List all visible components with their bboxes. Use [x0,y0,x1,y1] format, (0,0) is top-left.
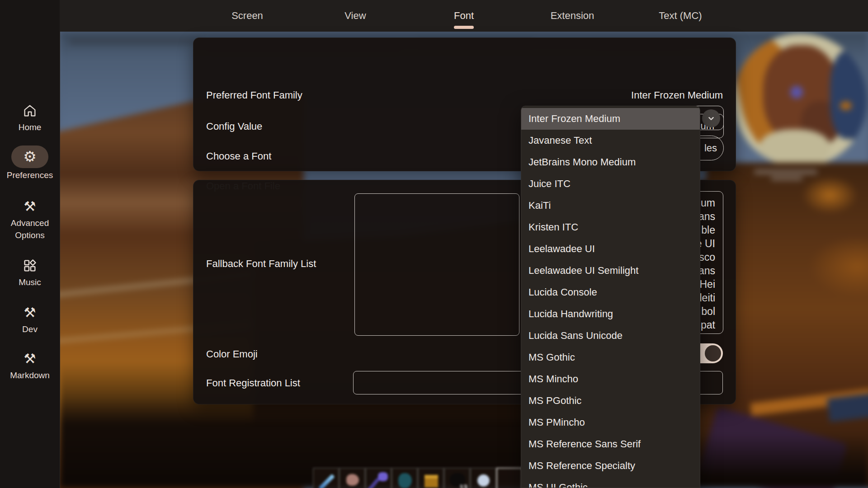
tab-label: Text (MC) [659,10,702,22]
tab-font[interactable]: Font [428,0,500,32]
minecraft-hotbar: 13 [313,468,523,488]
hotbar-slot [418,468,444,488]
font-option-ms-ui-gothic[interactable]: MS UI Gothic [521,477,700,488]
config-value-label: Config Value [206,121,262,132]
font-option-leelawadee-ui[interactable]: Leelawadee UI [521,238,700,260]
sidebar-item-label: Dev [0,323,60,335]
cloud [69,38,204,45]
tab-label: Screen [231,10,263,22]
sidebar-item-label: Preferences [0,169,60,181]
font-option-ms-pmincho[interactable]: MS PMincho [521,412,700,433]
tools-icon: ⚒ [24,197,36,216]
fallback-font-family-list-label: Fallback Font Family List [206,258,316,270]
font-option-kaiti[interactable]: KaiTi [521,195,700,216]
font-option-ms-gothic[interactable]: MS Gothic [521,347,700,368]
sidebar-item-markdown[interactable]: ⚒Markdown [0,349,60,381]
font-option-lucida-console[interactable]: Lucida Console [521,282,700,303]
sidebar-item-music[interactable]: Music [0,256,60,288]
tab-label: Extension [551,10,594,22]
chevron-down-icon[interactable] [702,109,720,127]
fallback-font-family-textarea[interactable] [354,193,519,336]
distant-nametag [754,170,817,174]
font-option-ms-mincho[interactable]: MS Mincho [521,368,700,390]
font-option-lucida-sans-unicode[interactable]: Lucida Sans Unicode [521,325,700,347]
category-icon [23,256,37,275]
tab-screen[interactable]: Screen [211,0,283,32]
toggle-knob [705,345,721,361]
hotbar-slot [339,468,365,488]
preferred-font-family-label: Preferred Font Family [206,89,302,101]
font-registration-list-label: Font Registration List [206,377,300,389]
tab-text-mc[interactable]: Text (MC) [644,0,717,32]
item-count: 13 [459,484,467,488]
item-rose-item [346,474,359,486]
sidebar-item-advanced-options[interactable]: ⚒Advanced Options [0,197,60,241]
home-icon [23,101,37,120]
item-diamond-sword [318,474,335,488]
active-tab-underline [454,26,474,29]
font-option-leelawadee-ui-semilight[interactable]: Leelawadee UI Semilight [521,260,700,282]
tab-extension[interactable]: Extension [536,0,609,32]
sidebar-item-label: Advanced Options [0,217,60,241]
sidebar-item-label: Music [0,276,60,288]
gear-icon: ⚙ [23,147,37,166]
sidebar-item-label: Markdown [0,369,60,381]
item-teal-item [398,473,412,488]
font-option-juice-itc[interactable]: Juice ITC [521,173,700,195]
font-dropdown-list: Inter Frozen MediumJavanese TextJetBrain… [521,106,700,488]
hotbar-slot: 13 [444,468,470,488]
hotbar-slot [313,468,339,488]
font-option-ms-reference-specialty[interactable]: MS Reference Specialty [521,455,700,477]
hotbar-slot [470,468,496,488]
tools-icon: ⚒ [24,349,36,368]
sidebar-item-home[interactable]: Home [0,101,60,133]
sidebar-item-label: Home [0,121,60,133]
tab-bar: ScreenViewFontExtensionText (MC) [60,0,868,32]
tab-label: Font [454,10,474,22]
hotbar-slot [365,468,392,488]
tools-icon: ⚒ [24,303,36,322]
item-pale-orb [477,474,490,487]
font-option-lucida-handwriting[interactable]: Lucida Handwriting [521,303,700,325]
item-amethyst-mace [378,472,388,481]
tab-view[interactable]: View [319,0,392,32]
font-option-kristen-itc[interactable]: Kristen ITC [521,216,700,238]
sidebar-item-dev[interactable]: ⚒Dev [0,303,60,335]
font-option-javanese-text[interactable]: Javanese Text [521,130,700,151]
water-patch [827,393,868,422]
item-amber-block [425,475,438,488]
font-option-ms-pgothic[interactable]: MS PGothic [521,390,700,412]
font-option-ms-reference-sans-serif[interactable]: MS Reference Sans Serif [521,433,700,455]
hotbar-slot [392,468,418,488]
terraformed-moon [733,33,867,167]
font-option-jetbrains-mono-medium[interactable]: JetBrains Mono Medium [521,151,700,173]
hotbar-slot [496,468,523,488]
sidebar: Home⚙Preferences⚒Advanced OptionsMusic⚒D… [0,0,60,488]
distant-nametag [771,177,802,180]
preferred-font-family-value: Inter Frozen Medium [631,89,723,101]
color-emoji-label: Color Emoji [206,348,258,360]
font-option-inter-frozen-medium[interactable]: Inter Frozen Medium [521,108,700,130]
tab-label: View [344,10,366,22]
sidebar-item-preferences[interactable]: ⚙Preferences [0,145,60,181]
gear-icon: ⚙ [11,145,48,168]
choose-a-font-label: Choose a Font [206,150,271,162]
